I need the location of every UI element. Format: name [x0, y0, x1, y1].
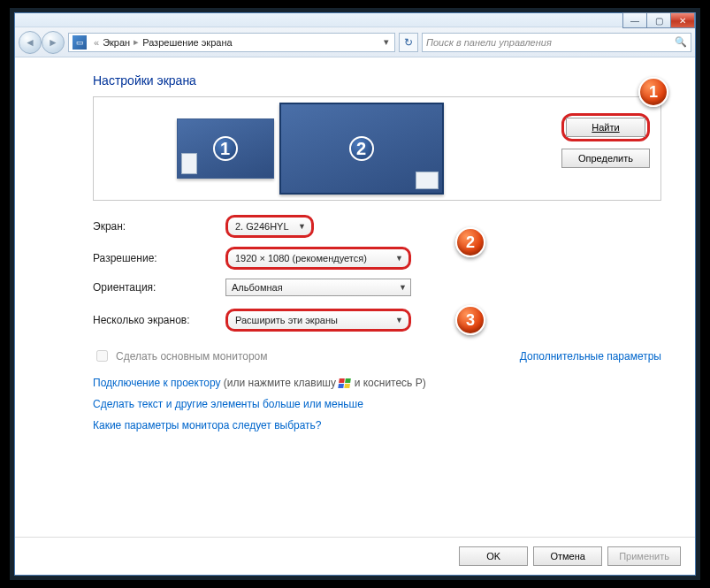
label-multiple: Несколько экранов: — [93, 314, 225, 326]
monitor-1[interactable]: 1 — [177, 118, 274, 179]
annotation-step-1: 1 — [638, 77, 668, 107]
navbar: ◄ ► ▭ « Экран ▸ Разрешение экрана ▾ ↻ По… — [15, 27, 695, 57]
breadcrumb[interactable]: ▭ « Экран ▸ Разрешение экрана ▾ — [68, 33, 395, 52]
which-settings-link[interactable]: Какие параметры монитора следует выбрать… — [93, 419, 661, 431]
breadcrumb-sep: « — [94, 37, 99, 48]
screen-value: 2. G246HYL — [235, 221, 289, 232]
monitors-preview[interactable]: 1 2 — [101, 103, 519, 195]
help-links: Подключение к проектору (или нажмите кла… — [93, 377, 661, 431]
back-button[interactable]: ◄ — [19, 31, 42, 54]
chevron-down-icon: ▼ — [298, 222, 306, 231]
search-input[interactable]: Поиск в панели управления 🔍 — [422, 33, 691, 52]
maximize-button[interactable]: ▢ — [646, 12, 671, 28]
search-icon[interactable]: 🔍 — [675, 36, 687, 48]
detect-button[interactable]: Найти — [566, 118, 645, 137]
search-placeholder: Поиск в панели управления — [426, 37, 552, 48]
monitor-1-badge: 1 — [213, 136, 238, 161]
breadcrumb-sep: ▸ — [134, 36, 139, 48]
page-title: Настройки экрана — [93, 73, 661, 88]
breadcrumb-root[interactable]: Экран — [103, 37, 130, 48]
monitor-side-buttons: Найти Определить — [561, 113, 650, 168]
orientation-dropdown[interactable]: Альбомная ▼ — [225, 279, 411, 296]
refresh-button[interactable]: ↻ — [399, 33, 418, 52]
chevron-down-icon: ▼ — [395, 316, 403, 325]
settings-form: Экран: 2. G246HYL ▼ 2 Разрешение: 1920 ×… — [93, 215, 661, 335]
resolution-dropdown[interactable]: 1920 × 1080 (рекомендуется) ▼ — [225, 247, 411, 270]
label-resolution: Разрешение: — [93, 252, 225, 264]
breadcrumb-current[interactable]: Разрешение экрана — [142, 37, 232, 48]
breadcrumb-dropdown-icon[interactable]: ▾ — [380, 36, 393, 48]
multiple-displays-dropdown[interactable]: Расширить эти экраны ▼ — [225, 309, 411, 332]
monitor-1-thumb-icon — [181, 153, 197, 174]
make-primary-checkbox — [96, 350, 108, 362]
label-orientation: Ориентация: — [93, 281, 225, 294]
monitors-preview-frame: 1 2 Найти Определить — [93, 96, 661, 201]
titlebar: ― ▢ ✕ — [15, 13, 695, 27]
dialog-footer: OK Отмена Применить — [15, 537, 695, 566]
monitor-2-thumb-icon — [416, 172, 439, 189]
chevron-down-icon: ▼ — [399, 283, 407, 292]
resolution-value: 1920 × 1080 (рекомендуется) — [235, 253, 367, 263]
advanced-settings-link[interactable]: Дополнительные параметры — [520, 350, 661, 363]
control-panel-icon: ▭ — [73, 35, 87, 50]
screen-resolution-window: ― ▢ ✕ ◄ ► ▭ « Экран ▸ Разрешение экрана … — [14, 12, 696, 576]
minimize-button[interactable]: ― — [622, 12, 647, 28]
chevron-down-icon: ▼ — [395, 254, 403, 263]
annotation-ring-detect: Найти — [561, 113, 650, 141]
screen-dropdown[interactable]: 2. G246HYL ▼ — [225, 215, 314, 238]
multiple-displays-value: Расширить эти экраны — [235, 315, 338, 325]
close-button[interactable]: ✕ — [670, 12, 695, 28]
make-primary-label: Сделать основным монитором — [116, 350, 268, 363]
label-screen: Экран: — [93, 220, 225, 233]
nav-arrows: ◄ ► — [19, 31, 65, 54]
forward-button[interactable]: ► — [42, 31, 65, 54]
text-size-link[interactable]: Сделать текст и другие элементы больше и… — [93, 398, 661, 410]
annotation-step-3: 3 — [455, 305, 485, 335]
ok-button[interactable]: OK — [459, 546, 528, 566]
cancel-button[interactable]: Отмена — [533, 546, 602, 566]
window-controls: ― ▢ ✕ — [623, 12, 695, 28]
content-area: Настройки экрана 1 2 Найти Определить — [15, 57, 695, 451]
projector-link[interactable]: Подключение к проектору (или нажмите кла… — [93, 377, 661, 389]
orientation-value: Альбомная — [232, 282, 283, 293]
monitor-2-badge: 2 — [349, 136, 374, 161]
identify-button[interactable]: Определить — [561, 149, 650, 168]
annotation-step-2: 2 — [455, 227, 485, 257]
monitor-2[interactable]: 2 — [279, 103, 444, 195]
windows-key-icon — [338, 378, 352, 389]
apply-button: Применить — [607, 546, 681, 566]
